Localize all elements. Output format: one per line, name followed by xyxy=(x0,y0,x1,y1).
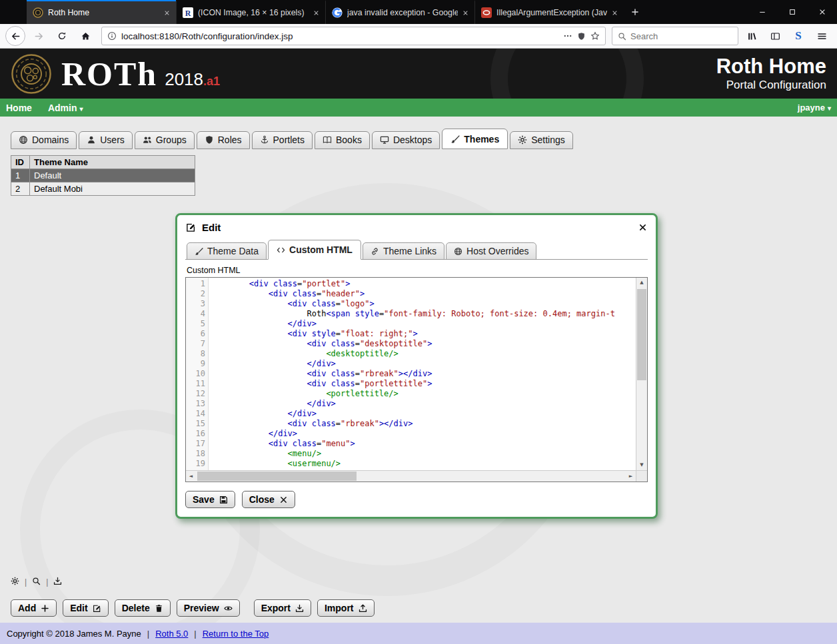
tab-close-icon[interactable] xyxy=(462,10,468,16)
new-tab-button[interactable] xyxy=(624,0,646,24)
dialog-title: Edit xyxy=(202,222,221,233)
site-info-icon[interactable] xyxy=(107,31,117,41)
dialog-tab-theme-links[interactable]: Theme Links xyxy=(363,242,444,260)
menu-icon[interactable] xyxy=(812,26,832,46)
code-text[interactable]: <div class="portlet"> <div class="header… xyxy=(209,278,636,470)
themes-table: IDTheme Name 1Default2Default Mobi xyxy=(11,155,195,196)
dialog-close-button[interactable] xyxy=(638,223,647,232)
dialog-tab-bar: Theme DataCustom HTMLTheme LinksHost Ove… xyxy=(185,240,648,260)
menu-admin[interactable]: Admin▾ xyxy=(48,103,83,113)
url-text[interactable]: localhost:8180/Roth/configuration/index.… xyxy=(121,31,558,41)
library-icon[interactable] xyxy=(742,26,762,46)
url-bar[interactable]: localhost:8180/Roth/configuration/index.… xyxy=(101,27,606,45)
tab-close-icon[interactable] xyxy=(612,10,618,16)
roth-version-link[interactable]: Roth 5.0 xyxy=(155,629,188,639)
page-actions-icon[interactable] xyxy=(563,31,572,41)
back-button[interactable] xyxy=(5,26,25,46)
browser-tab[interactable]: R(ICON Image, 16 × 16 pixels) xyxy=(176,0,325,24)
button-label: Import xyxy=(325,603,354,613)
caret-down-icon: ▾ xyxy=(79,105,83,113)
tab-title: IllegalArgumentException (Jav xyxy=(496,8,607,17)
button-label: Edit xyxy=(70,603,87,613)
scroll-down-icon[interactable]: ▼ xyxy=(636,460,647,470)
tab-books[interactable]: Books xyxy=(315,131,370,149)
table-toolbar: || xyxy=(11,576,62,588)
gear-button[interactable] xyxy=(11,576,19,588)
scroll-up-icon[interactable]: ▲ xyxy=(636,278,647,288)
editor-vertical-scrollbar[interactable]: ▲ ▼ xyxy=(636,278,647,470)
cell-theme-name[interactable]: Default xyxy=(30,169,195,182)
close-button[interactable]: Close xyxy=(242,491,295,508)
code-editor[interactable]: 1234567891011121314151617181920 <div cla… xyxy=(185,277,648,482)
shield-icon[interactable] xyxy=(577,32,586,41)
tab-portlets[interactable]: Portlets xyxy=(252,131,313,149)
browser-tab[interactable]: IllegalArgumentException (Jav xyxy=(474,0,624,24)
preview-button[interactable]: Preview xyxy=(177,599,240,617)
dialog-tab-host-overrides[interactable]: Host Overrides xyxy=(446,242,536,260)
line-number: 15 xyxy=(186,419,205,429)
globe-icon xyxy=(19,135,28,145)
tab-roles[interactable]: Roles xyxy=(197,131,250,149)
dialog-tab-custom-html[interactable]: Custom HTML xyxy=(268,240,361,260)
tab-domains[interactable]: Domains xyxy=(11,131,77,149)
r-image-favicon-icon: R xyxy=(183,7,193,18)
tab-close-icon[interactable] xyxy=(164,10,170,16)
user-menu[interactable]: jpayne▾ xyxy=(798,103,831,113)
tab-close-icon[interactable] xyxy=(313,10,319,16)
browser-tab[interactable]: Roth Home xyxy=(27,0,176,24)
tab-label: Desktops xyxy=(393,135,432,145)
table-row[interactable]: 2Default Mobi xyxy=(11,182,195,196)
home-button[interactable] xyxy=(75,26,95,46)
tab-desktops[interactable]: Desktops xyxy=(372,131,440,149)
search-bar[interactable] xyxy=(612,27,738,45)
eye-icon xyxy=(224,604,233,613)
vertical-scrollbar-thumb[interactable] xyxy=(637,289,646,380)
plus-icon xyxy=(631,8,639,16)
tab-settings[interactable]: Settings xyxy=(510,131,573,149)
import-button[interactable]: Import xyxy=(317,599,375,617)
close-window-button[interactable] xyxy=(807,0,837,24)
table-row[interactable]: 1Default xyxy=(11,169,195,182)
scroll-left-icon[interactable]: ◄ xyxy=(186,471,196,482)
cell-theme-name[interactable]: Default Mobi xyxy=(30,182,195,196)
cell-id[interactable]: 1 xyxy=(11,169,30,182)
code-line: <div class="desktoptitle"> xyxy=(211,339,636,349)
bookmark-star-icon[interactable] xyxy=(590,31,600,41)
forward-button[interactable] xyxy=(29,26,49,46)
return-to-top-link[interactable]: Return to the Top xyxy=(203,629,269,639)
magnifier-button[interactable] xyxy=(32,576,41,588)
browser-toolbar: localhost:8180/Roth/configuration/index.… xyxy=(0,24,837,49)
delete-button[interactable]: Delete xyxy=(115,599,171,617)
edit-button[interactable]: Edit xyxy=(63,599,108,617)
tab-themes[interactable]: Themes xyxy=(442,129,508,149)
editor-horizontal-scrollbar[interactable]: ◄ ► xyxy=(186,470,636,482)
code-line: <div class="rbreak"></div> xyxy=(211,419,636,429)
separator: | xyxy=(25,577,27,587)
save-button[interactable]: Save xyxy=(185,491,235,508)
separator: | xyxy=(147,629,149,639)
line-number: 13 xyxy=(186,399,205,409)
tab-groups[interactable]: Groups xyxy=(135,131,195,149)
dialog-tab-theme-data[interactable]: Theme Data xyxy=(187,242,267,260)
reload-button[interactable] xyxy=(52,26,72,46)
line-number: 7 xyxy=(186,339,205,349)
tab-users[interactable]: Users xyxy=(79,131,133,149)
extension-s-icon[interactable]: S xyxy=(788,26,808,46)
cell-id[interactable]: 2 xyxy=(11,182,30,196)
add-button[interactable]: Add xyxy=(11,599,57,617)
code-line: <div class="portlettitle"> xyxy=(211,379,636,389)
search-icon xyxy=(618,32,626,41)
search-input[interactable] xyxy=(630,31,732,41)
maximize-button[interactable] xyxy=(777,0,807,24)
site-header: ROTh 2018 .a1 Roth Home Portal Configura… xyxy=(0,49,837,99)
sidebar-icon[interactable] xyxy=(765,26,785,46)
horizontal-scrollbar-thumb[interactable] xyxy=(197,472,357,481)
code-line: </div> xyxy=(211,319,636,329)
export-button[interactable]: Export xyxy=(254,599,311,617)
browser-tab[interactable]: java invalid exception - Google xyxy=(325,0,474,24)
menu-home[interactable]: Home xyxy=(6,103,32,113)
link-icon xyxy=(371,247,379,256)
minimize-button[interactable] xyxy=(747,0,777,24)
scroll-right-icon[interactable]: ► xyxy=(626,471,636,482)
download-button[interactable] xyxy=(53,576,62,588)
